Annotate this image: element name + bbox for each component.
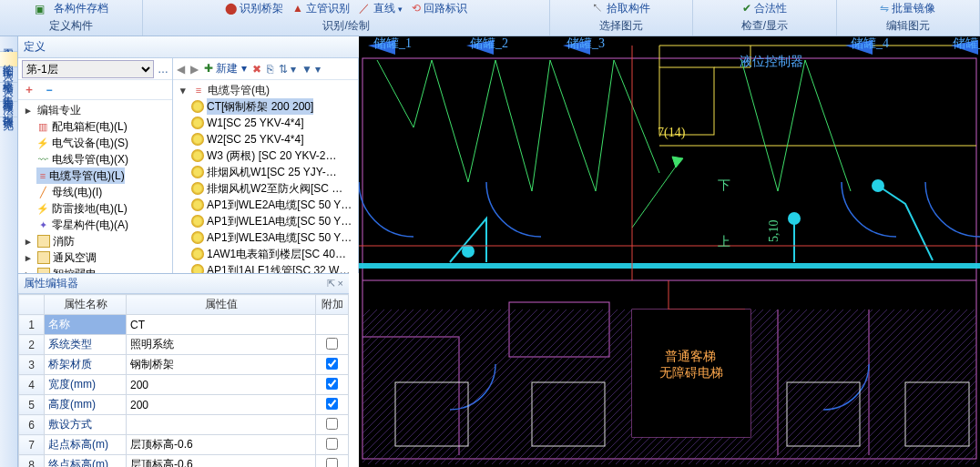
mid-item[interactable]: AP1到1ALF1线管[SC 32 W… [191,262,356,273]
prop-value[interactable]: 200 [127,375,316,395]
tree-root[interactable]: ▸编辑专业 [22,102,170,118]
vtab-project[interactable]: 工程设置 [0,36,17,52]
prop-value[interactable]: 200 [127,395,316,415]
prop-extra[interactable] [316,415,349,435]
tree-item[interactable]: ≡电缆导管(电)(L) [36,168,170,184]
sort-icon[interactable]: ⇅ ▾ [279,63,296,76]
prop-name[interactable]: 宽度(mm) [45,375,127,395]
mid-item[interactable]: 排烟风机W1[SC 25 YJY-… [191,164,356,180]
mid-item[interactable]: AP1到WLE2A电缆[SC 50 Y… [191,197,356,213]
property-grid[interactable]: 属性名称 属性值 附加 1名称CT2系统类型照明系统3桥架材质钢制桥架4宽度(m… [18,294,349,467]
mirror-btn[interactable]: ⇋ 批量镜像 [880,1,935,16]
tree-folder[interactable]: ▸通风空调 [22,249,170,266]
tree-expand-icon[interactable]: ＋ [22,83,36,97]
tree-item[interactable]: ⚡防雷接地(电)(L) [36,200,170,217]
mid-item[interactable]: AP1到WLE1A电缆[SC 50 Y… [191,213,356,229]
prop-extra[interactable] [316,375,349,395]
prop-extra-checkbox[interactable] [326,358,338,370]
tree-item[interactable]: ✦零星构件(电)(A) [36,217,170,233]
prop-name[interactable]: 终点标高(m) [45,455,127,468]
col-index [19,295,45,315]
mid-item[interactable]: W2[SC 25 YKV-4*4] [191,131,356,147]
archive-icon[interactable]: ▣ [35,3,45,15]
archive-label[interactable]: 各构件存档 [54,1,108,16]
prop-extra-checkbox[interactable] [326,338,338,350]
prop-value[interactable]: 层顶标高-0.6 [127,435,316,455]
mid-item[interactable]: W1[SC 25 YKV-4*4] [191,115,356,131]
mid-item[interactable]: 排烟风机W2至防火阀[SC … [191,180,356,197]
delete-icon[interactable]: ✖ [252,63,261,76]
tree-item[interactable]: 〰电线导管(电)(X) [36,151,170,168]
identify-bridge-btn[interactable]: ⬤ 识别桥架 [225,1,283,16]
prop-row[interactable]: 4宽度(mm)200 [19,375,349,395]
prop-idx: 8 [19,455,45,468]
prop-value[interactable]: CT [127,315,316,335]
prop-extra[interactable] [316,335,349,355]
vtab-report[interactable]: 报表预览 [0,102,17,117]
ribbon-label-edit: 编辑图元 [886,17,930,34]
prop-row[interactable]: 2系统类型照明系统 [19,335,349,355]
cad-viewport[interactable]: 储罐_1 储罐_2 储罐_3 储罐_4 储罐_ 液位控制器 7(14) 下 上 … [359,36,980,467]
copy-icon[interactable]: ⎘ [267,63,273,76]
tank-label-1: 储罐_1 [373,36,412,50]
prop-name[interactable]: 系统类型 [45,335,127,355]
prop-row[interactable]: 5高度(mm)200 [19,395,349,415]
mid-tree-panel: ◀ ▶ ✚ 新建 ▾ ✖ ⎘ ⇅ ▾ ▼ ▾ ▾≡电缆导管(电) CT[钢制桥架… [173,58,359,273]
prop-name[interactable]: 桥架材质 [45,355,127,375]
prop-value[interactable]: 钢制桥架 [127,355,316,375]
prop-name[interactable]: 敷设方式 [45,415,127,435]
prop-extra-checkbox[interactable] [326,418,338,430]
mid-item[interactable]: W3 (两根) [SC 20 YKV-2… [191,147,356,164]
proped-pin-icon[interactable]: ⇱ × [327,278,343,289]
mid-item[interactable]: 1AW1电表箱到楼层[SC 40… [191,246,356,262]
prop-extra-checkbox[interactable] [326,378,338,390]
mid-tree[interactable]: ▾≡电缆导管(电) CT[钢制桥架 200 200]W1[SC 25 YKV-4… [173,80,358,273]
prop-extra[interactable] [316,395,349,415]
prop-row[interactable]: 8终点标高(m)层顶标高-0.6 [19,455,349,468]
prop-idx: 5 [19,395,45,415]
vtab-draw[interactable]: 绘图输入 [0,52,17,67]
tree-folder[interactable]: ▸消防 [22,233,170,249]
new-btn[interactable]: ✚ 新建 ▾ [204,61,247,76]
tree-collapse-icon[interactable]: − [42,83,56,97]
mid-item[interactable]: CT[钢制桥架 200 200] [191,98,356,115]
filter-icon[interactable]: ▼ ▾ [301,63,321,76]
tree-item[interactable]: ⚡电气设备(电)(S) [36,135,170,151]
prop-row[interactable]: 3桥架材质钢制桥架 [19,355,349,375]
prop-extra-checkbox[interactable] [326,438,338,450]
floor-expand-icon[interactable]: … [158,63,168,76]
nav-fwd-icon[interactable]: ▶ [190,63,199,76]
mid-root[interactable]: ▾≡电缆导管(电) [177,82,356,98]
prop-row[interactable]: 7起点标高(m)层顶标高-0.6 [19,435,349,455]
tree-folder[interactable]: ▸智控弱电 [22,266,170,273]
pick-btn[interactable]: ↖ 拾取构件 [592,1,649,16]
line-btn[interactable]: ／ 直线 ▾ [359,1,403,16]
validity-btn[interactable]: ✔ 合法性 [742,1,787,16]
floor-select[interactable]: 第-1层 [22,60,154,78]
prop-extra[interactable] [316,315,349,335]
prop-value[interactable]: 照明系统 [127,335,316,355]
ribbon-group-edit: ⇋ 批量镜像 编辑图元 [837,0,980,36]
prop-name[interactable]: 高度(mm) [45,395,127,415]
prop-extra-checkbox[interactable] [326,398,338,410]
tree-item[interactable]: ╱母线(电)(I) [36,184,170,200]
mid-item[interactable]: AP1到WLE3A电缆[SC 50 Y… [191,229,356,246]
prop-extra[interactable] [316,455,349,468]
prop-extra[interactable] [316,435,349,455]
prop-name[interactable]: 起点标高(m) [45,435,127,455]
tree-item[interactable]: ▥配电箱柜(电)(L) [36,118,170,135]
prop-name[interactable]: 名称 [45,315,127,335]
prop-value[interactable] [127,415,316,435]
prop-idx: 7 [19,435,45,455]
prop-row[interactable]: 1名称CT [19,315,349,335]
left-tree[interactable]: ▸编辑专业 ▥配电箱柜(电)(L) ⚡电气设备(电)(S) 〰电线导管(电)(X… [18,100,172,273]
vtab-apply[interactable]: 集中套用做法 [0,83,17,102]
riser-identify-btn[interactable]: ▲ 立管识别 [292,1,350,16]
prop-extra-checkbox[interactable] [326,458,338,468]
nav-back-icon[interactable]: ◀ [177,63,185,76]
loop-mark-btn[interactable]: ⟲ 回路标识 [412,1,467,16]
prop-extra[interactable] [316,355,349,375]
prop-row[interactable]: 6敷设方式 [19,415,349,435]
prop-value[interactable]: 层顶标高-0.6 [127,455,316,468]
vtab-table[interactable]: 表格输入 [0,67,17,83]
